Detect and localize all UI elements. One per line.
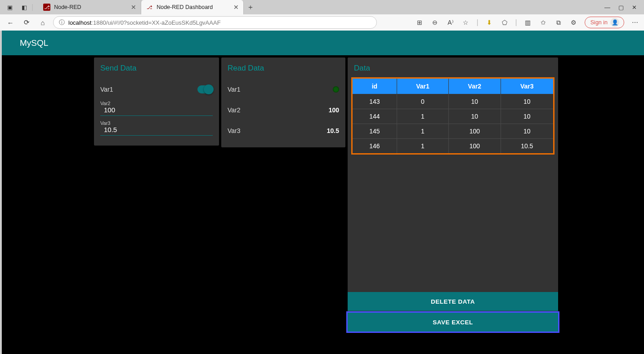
card-title: Data [348, 58, 558, 77]
toggle-knob [204, 84, 214, 94]
tab-label: Node-RED [54, 4, 81, 10]
url-host: localhost [68, 19, 91, 26]
var3-label: Var3 [228, 127, 327, 134]
favorites-icon[interactable]: ✩ [539, 18, 548, 27]
table-row: 14301010 [352, 94, 554, 109]
var2-label: Var2 [228, 106, 329, 114]
refresh-button[interactable]: ⟳ [21, 17, 32, 28]
tab-node-red-dashboard[interactable]: ⎇ Node-RED Dashboard ✕ [141, 0, 244, 14]
column-header[interactable]: Var2 [449, 78, 501, 94]
tab-label: Node-RED Dashboard [157, 4, 213, 10]
collections-icon[interactable]: ⧉ [554, 18, 563, 27]
var2-label: Var2 [100, 101, 213, 106]
table-cell: 144 [352, 109, 397, 124]
card-title: Read Data [221, 58, 345, 77]
favicon-node-red: ⎇ [43, 4, 50, 11]
table-cell: 100 [449, 139, 501, 154]
var1-label: Var1 [228, 86, 333, 93]
table-cell: 10.5 [501, 139, 554, 154]
table-cell: 10 [501, 94, 554, 109]
var2-input[interactable]: Var2 100 [100, 100, 213, 116]
extensions-icon[interactable]: ⬠ [500, 18, 509, 27]
close-icon[interactable]: ✕ [131, 4, 136, 11]
close-icon[interactable]: ✕ [233, 4, 239, 11]
sign-in-button[interactable]: Sign in 👤 [585, 17, 624, 28]
table-cell: 10 [501, 124, 554, 139]
table-cell: 0 [397, 94, 448, 109]
column-header[interactable]: Var3 [501, 78, 554, 94]
favicon-node-red-dashboard: ⎇ [146, 4, 153, 11]
table-cell: 1 [397, 109, 448, 124]
card-data: Data idVar1Var2Var3 14301010144110101451… [348, 58, 558, 332]
window-close-icon[interactable]: ✕ [632, 4, 637, 11]
sign-in-label: Sign in [590, 19, 608, 26]
workspace-icon[interactable]: ▣ [5, 3, 14, 12]
var2-value: 100 [100, 106, 213, 114]
maximize-icon[interactable]: ▢ [618, 4, 624, 11]
minimize-icon[interactable]: — [604, 4, 610, 11]
page-title: MySQL [2, 31, 644, 55]
address-bar[interactable]: ⓘ localhost:1880/ui/#!/0?socketid=XX-aZo… [53, 16, 377, 29]
avatar-icon: 👤 [610, 18, 619, 27]
card-send-data: Send Data Var1 Var2 100 Var3 10.5 [94, 58, 219, 146]
table-cell: 100 [449, 124, 501, 139]
sidebar-icon[interactable]: ▥ [523, 18, 532, 27]
divider: | [31, 3, 33, 11]
tab-strip: ⎇ Node-RED ✕ ⎇ Node-RED Dashboard ✕ ＋ [39, 0, 604, 14]
table-cell: 145 [352, 124, 397, 139]
table-cell: 143 [352, 94, 397, 109]
var1-status-dot [333, 86, 339, 93]
zoom-icon[interactable]: ⊖ [430, 18, 439, 27]
downloads-icon[interactable]: ⬇ [485, 18, 494, 27]
var2-value: 100 [329, 106, 339, 114]
column-header[interactable]: id [352, 78, 397, 94]
card-read-data: Read Data Var1 Var2 100 Var3 10.5 [221, 58, 345, 147]
table-cell: 10 [449, 94, 501, 109]
new-tab-button[interactable]: ＋ [244, 0, 257, 14]
table-row: 146110010.5 [352, 139, 554, 154]
app-icon[interactable]: ⊞ [415, 18, 424, 27]
read-aloud-icon[interactable]: A⁾ [446, 18, 455, 27]
var3-input[interactable]: Var3 10.5 [100, 119, 213, 136]
url-path: :1880/ui/#!/0?socketid=XX-aZoEusSKd5LgvA… [91, 19, 220, 26]
column-header[interactable]: Var1 [397, 78, 448, 94]
delete-data-button[interactable]: DELETE DATA [348, 292, 558, 311]
divider: | [476, 18, 478, 27]
table-cell: 1 [397, 124, 448, 139]
table-cell: 10 [501, 109, 554, 124]
save-excel-button[interactable]: SAVE EXCEL [348, 313, 558, 332]
performance-icon[interactable]: ⚙ [569, 18, 578, 27]
info-icon[interactable]: ⓘ [59, 18, 65, 27]
card-title: Send Data [94, 58, 219, 77]
tab-node-red[interactable]: ⎇ Node-RED ✕ [39, 0, 141, 14]
var1-label: Var1 [100, 86, 197, 93]
data-table: idVar1Var2Var3 1430101014411010145110010… [351, 77, 555, 155]
tab-overview-icon[interactable]: ◧ [20, 3, 29, 12]
table-cell: 1 [397, 139, 448, 154]
var1-toggle[interactable] [197, 85, 213, 93]
more-icon[interactable]: ⋯ [631, 18, 640, 27]
favorite-icon[interactable]: ☆ [461, 18, 470, 27]
table-row: 145110010 [352, 124, 554, 139]
table-cell: 146 [352, 139, 397, 154]
var3-label: Var3 [100, 120, 213, 126]
table-cell: 10 [449, 109, 501, 124]
table-row: 14411010 [352, 109, 554, 124]
home-button[interactable]: ⌂ [37, 17, 49, 28]
var3-value: 10.5 [100, 126, 213, 133]
divider: | [515, 18, 517, 27]
back-button[interactable]: ← [4, 17, 16, 28]
var3-value: 10.5 [327, 127, 339, 134]
